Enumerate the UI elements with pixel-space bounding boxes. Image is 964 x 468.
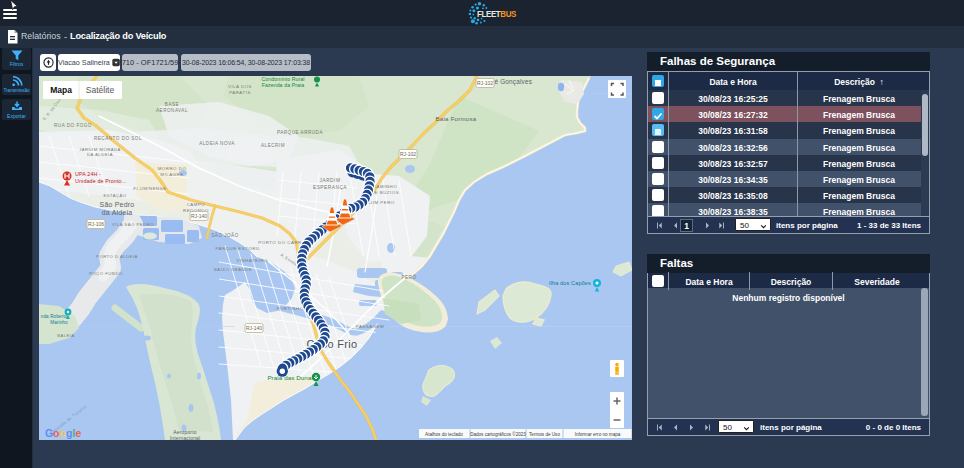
svg-text:BALEIA: BALEIA [57,333,75,338]
svg-text:VINHATEIRO: VINHATEIRO [236,258,268,263]
svg-text:DA ALDEIA: DA ALDEIA [87,152,113,157]
svg-text:Internacional: Internacional [170,435,201,441]
svg-text:PASSAGEM: PASSAGEM [356,324,384,329]
svg-text:Satélite: Satélite [86,85,115,95]
svg-text:Condominio Rural: Condominio Rural [261,76,304,82]
svg-text:POÇO FUNDO: POÇO FUNDO [89,271,123,276]
svg-text:AERONAVAL: AERONAVAL [156,108,188,113]
svg-text:g: g [66,427,72,439]
svg-text:Atalhos do teclado: Atalhos do teclado [425,432,463,437]
svg-text:PERÓ: PERÓ [401,274,416,280]
svg-text:ESPERANÇA: ESPERANÇA [313,185,347,190]
svg-text:Praia das Dunas: Praia das Dunas [267,374,314,381]
svg-text:MORRO DO: MORRO DO [158,166,187,171]
svg-text:RJ-102: RJ-102 [477,80,493,86]
svg-text:CAMINHO: CAMINHO [373,184,397,189]
svg-text:UPA 24H -: UPA 24H - [75,171,101,177]
svg-text:Mapa: Mapa [50,85,72,95]
svg-text:RECANTO DO SOL: RECANTO DO SOL [94,136,142,141]
svg-text:RJ-106: RJ-106 [88,221,104,227]
svg-text:PARQUE ARRUDA: PARQUE ARRUDA [277,130,323,135]
svg-text:PORTO DO CARRO: PORTO DO CARRO [258,240,305,245]
svg-text:o: o [53,427,59,439]
svg-text:PARQUE ESTORIL: PARQUE ESTORIL [215,246,260,251]
svg-text:MILAGRE: MILAGRE [160,172,183,177]
svg-text:Fazenda da Praia: Fazenda da Praia [262,82,305,88]
svg-text:da Aldeia: da Aldeia [102,209,133,216]
svg-text:CAMPO: CAMPO [187,202,206,207]
svg-text:VILA SÃO PEDRO: VILA SÃO PEDRO [112,222,154,227]
svg-text:SÃO JOÃO: SÃO JOÃO [211,232,239,238]
svg-text:Unidade de Pronto...: Unidade de Pronto... [75,178,126,184]
svg-text:VILA DOS: VILA DOS [228,84,252,89]
svg-text:BASE: BASE [165,102,179,107]
svg-text:ALECRIM: ALECRIM [261,143,285,148]
svg-text:Informar erro no mapa: Informar erro no mapa [575,432,621,437]
svg-text:PORTINHO: PORTINHO [276,306,303,311]
svg-text:o: o [60,427,66,439]
svg-text:G: G [45,427,53,439]
svg-text:JARDIM: JARDIM [320,178,341,183]
svg-text:Baia Formosa: Baia Formosa [436,115,477,122]
svg-text:RJ-140: RJ-140 [191,213,207,219]
svg-text:RUA DO FOGO: RUA DO FOGO [54,123,92,128]
svg-text:Termos de Uso: Termos de Uso [529,432,560,437]
svg-text:Dados cartográficos ©2023: Dados cartográficos ©2023 [470,431,526,437]
svg-text:PORTO D ALDEIA: PORTO D ALDEIA [96,254,138,259]
svg-text:PARATIS: PARATIS [229,90,251,95]
svg-text:RJ-140: RJ-140 [246,325,262,331]
svg-text:Marinho: Marinho [50,320,68,325]
svg-text:DE BÚZIOS: DE BÚZIOS [371,190,399,195]
svg-text:Ilha dos Capões: Ilha dos Capões [549,280,591,286]
svg-text:e: e [76,427,82,439]
svg-text:FLUMINENSE: FLUMINENSE [133,186,166,191]
svg-text:RJ-102: RJ-102 [400,151,416,157]
svg-text:ESTAÇÃO: ESTAÇÃO [103,193,126,198]
svg-text:BAIXO GRANDE: BAIXO GRANDE [214,267,252,272]
svg-text:São Pedro: São Pedro [100,201,135,208]
svg-text:ALDEIA NOVA: ALDEIA NOVA [199,141,235,146]
svg-text:nda Roberto: nda Roberto [41,314,68,319]
